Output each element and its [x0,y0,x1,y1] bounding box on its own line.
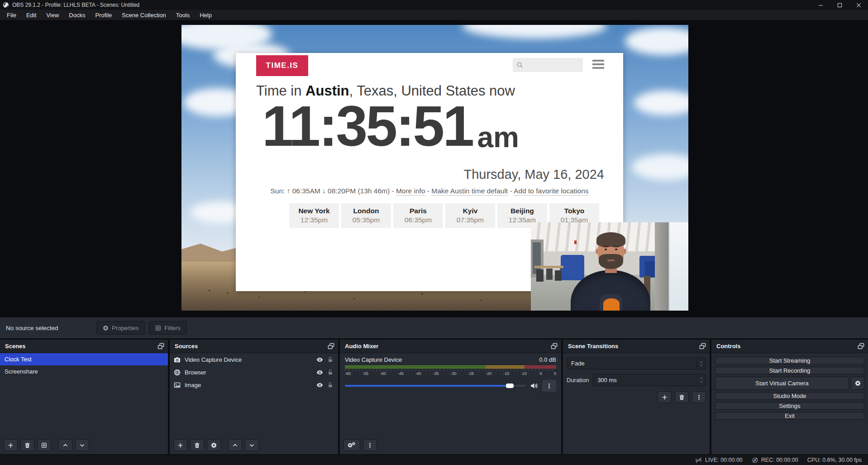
virtual-camera-settings-button[interactable] [851,377,864,390]
close-button[interactable] [849,0,868,10]
meter-scale: -60-55-50-45-40-35-30-25-20-15-10-50 [345,371,556,376]
start-virtual-camera-button[interactable]: Start Virtual Camera [715,377,849,390]
remove-scene-button[interactable] [20,439,34,451]
search-icon [516,62,523,68]
eye-icon[interactable] [316,356,323,363]
volume-slider-track[interactable] [345,385,526,387]
maximize-button[interactable] [830,0,849,10]
source-status-text: No source selected [6,325,96,331]
duration-spinner[interactable]: 300 ms [593,374,706,386]
obs-window: OBS 29.1.2 - Profile: LLHLS BETA - Scene… [0,0,868,465]
scene-move-down-button[interactable] [75,439,89,451]
menu-scene-collection[interactable]: Scene Collection [117,10,171,20]
rec-status: REC: 00:00:00 [752,457,798,464]
popout-icon[interactable] [328,343,334,350]
popout-icon[interactable] [699,343,706,350]
webcam-blue-booth [561,255,584,280]
filters-button[interactable]: Filters [149,321,186,335]
mixer-channel-menu-button[interactable] [542,380,556,392]
source-context-toolbar: No source selected Properties Filters [0,317,868,338]
link-add-favorite: Add to favorite locations [514,187,588,196]
program-video[interactable]: TIME.IS Time in Austin, Texas, United St… [181,25,688,311]
popout-icon[interactable] [858,343,864,350]
obs-logo-icon [3,2,9,8]
properties-button[interactable]: Properties [96,321,145,335]
mixer-toolbar [340,436,561,454]
volume-slider-handle[interactable] [506,384,514,388]
exit-button[interactable]: Exit [715,412,864,420]
scene-item-clock-test[interactable]: Clock Test [0,353,168,365]
mixer-menu-button[interactable] [363,439,377,451]
scene-move-up-button[interactable] [58,439,72,451]
scene-transitions-dock: Scene Transitions Fade Duration 300 ms [563,340,710,454]
menu-help[interactable]: Help [195,10,217,20]
webcam-shirt-graphic [603,298,620,311]
eye-icon[interactable] [316,369,323,376]
dock-area: Scenes Clock Test Screenshare Sources [0,338,868,455]
webcam-chair [555,270,562,281]
sources-dock: Sources Video Capture Device Browser [170,340,338,454]
advanced-audio-button[interactable] [343,439,360,451]
link-more-info: More info [396,187,425,196]
webcam-person-mouth [607,259,615,261]
popout-icon[interactable] [157,343,164,350]
status-bar: LIVE: 00:00:00 REC: 00:00:00 CPU: 0.6%, … [0,455,868,465]
virtual-camera-row: Start Virtual Camera [715,377,864,390]
menu-edit[interactable]: Edit [21,10,41,20]
webcam-overlay[interactable] [531,222,688,311]
controls-body: Start Streaming Start Recording Start Vi… [711,353,868,454]
menu-profile[interactable]: Profile [90,10,117,20]
speaker-icon[interactable] [530,382,538,390]
popout-icon[interactable] [551,343,558,350]
record-inactive-icon [752,457,758,464]
source-properties-button[interactable] [207,439,221,451]
duration-label: Duration [567,377,589,384]
studio-mode-button[interactable]: Studio Mode [715,392,864,400]
remove-transition-button[interactable] [675,391,689,403]
menu-file[interactable]: File [2,10,21,20]
add-scene-button[interactable] [4,439,18,451]
menu-view[interactable]: View [41,10,64,20]
current-date: Thursday, May 16, 2024 [463,167,604,182]
add-source-button[interactable] [173,439,187,451]
scenes-dock: Scenes Clock Test Screenshare [0,340,168,454]
spinner-arrows-icon[interactable] [697,377,706,384]
controls-title: Controls [716,343,858,350]
add-transition-button[interactable] [658,391,672,403]
sources-dock-header: Sources [170,340,338,353]
lock-open-icon[interactable] [327,356,334,363]
clock-time: 11:35:51 [262,100,472,153]
transition-select[interactable]: Fade [567,357,706,369]
source-item-image[interactable]: Image [170,379,338,391]
sources-list: Video Capture Device Browser Image [170,353,338,454]
controls-dock-header: Controls [711,340,868,353]
source-move-down-button[interactable] [245,439,259,451]
webcam-window [668,222,688,311]
eye-icon[interactable] [316,382,323,388]
source-item-browser[interactable]: Browser [170,366,338,379]
scenes-list: Clock Test Screenshare [0,353,168,454]
menu-tools[interactable]: Tools [171,10,195,20]
app-title-bar: OBS 29.1.2 - Profile: LLHLS BETA - Scene… [0,0,868,10]
start-recording-button[interactable]: Start Recording [715,367,864,374]
scene-filters-button[interactable] [37,439,51,451]
transition-menu-button[interactable] [692,391,706,403]
webcam-table [534,266,563,268]
source-item-video-capture[interactable]: Video Capture Device [170,353,338,366]
lock-open-icon[interactable] [327,382,334,388]
start-streaming-button[interactable]: Start Streaming [715,357,864,364]
remove-source-button[interactable] [190,439,204,451]
menu-docks[interactable]: Docks [64,10,90,20]
combo-arrows-icon[interactable] [696,358,706,369]
audio-mixer-title: Audio Mixer [345,343,551,350]
volume-slider[interactable] [345,382,526,390]
scene-item-screenshare[interactable]: Screenshare [0,365,168,378]
webcam-person-eyebrow [613,246,619,247]
minimize-button[interactable] [811,0,830,10]
lock-open-icon[interactable] [327,369,334,375]
source-move-up-button[interactable] [228,439,242,451]
clock-display: 11:35:51 am [262,100,519,153]
settings-button[interactable]: Settings [715,402,864,410]
webcam-chair [546,268,553,280]
mixer-channel: Video Capture Device 0.0 dB -60-55-50-45… [340,353,561,392]
